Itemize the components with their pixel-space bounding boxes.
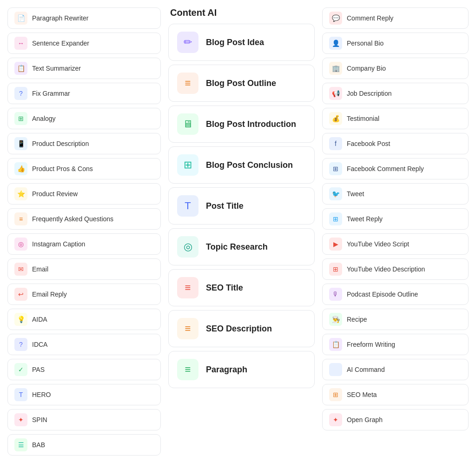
item-icon-3: ? — [14, 87, 27, 100]
right-item-15[interactable]: ⊞ SEO Meta — [322, 384, 469, 405]
right-icon-1: 👤 — [329, 37, 342, 50]
left-item-15[interactable]: T HERO — [7, 384, 161, 405]
right-label-4: Testimonial — [347, 115, 379, 122]
right-icon-3: 📢 — [329, 87, 342, 100]
left-item-4[interactable]: ⊞ Analogy — [7, 108, 161, 129]
middle-item-8[interactable]: ≡ Paragraph — [168, 351, 315, 388]
left-item-13[interactable]: ? IDCA — [7, 334, 161, 355]
middle-item-2[interactable]: 🖥 Blog Post Introduction — [168, 106, 315, 143]
right-item-10[interactable]: ⊞ YouTube Video Description — [322, 258, 469, 280]
left-item-11[interactable]: ↩ Email Reply — [7, 284, 161, 305]
right-icon-0: 💬 — [329, 12, 342, 25]
middle-label-4: Post Title — [206, 201, 244, 211]
middle-label-8: Paragraph — [206, 365, 247, 375]
right-icon-13: 📋 — [329, 338, 342, 351]
middle-item-4[interactable]: T Post Title — [168, 187, 315, 225]
middle-label-0: Blog Post Idea — [206, 38, 264, 47]
right-item-16[interactable]: ✦ Open Graph — [322, 409, 469, 430]
right-item-0[interactable]: 💬 Comment Reply — [322, 7, 469, 29]
right-item-11[interactable]: 🎙 Podcast Episode Outline — [322, 284, 469, 305]
item-label-1: Sentence Expander — [32, 40, 89, 47]
middle-icon-0: ✏ — [177, 32, 198, 53]
middle-icon-1: ≡ — [177, 73, 198, 94]
item-label-8: Frequently Asked Questions — [32, 215, 113, 223]
right-label-10: YouTube Video Description — [347, 265, 425, 273]
item-icon-0: 📄 — [14, 12, 27, 25]
left-item-5[interactable]: 📱 Product Description — [7, 133, 161, 154]
left-item-12[interactable]: 💡 AIDA — [7, 309, 161, 330]
right-label-13: Freeform Writing — [347, 341, 395, 348]
right-label-2: Company Bio — [347, 65, 386, 72]
right-item-13[interactable]: 📋 Freeform Writing — [322, 334, 469, 355]
item-label-2: Text Summarizer — [32, 65, 81, 72]
right-icon-12: 👨‍🍳 — [329, 313, 342, 326]
item-label-7: Product Review — [32, 190, 78, 198]
right-label-5: Facebook Post — [347, 140, 390, 147]
right-label-12: Recipe — [347, 316, 367, 323]
right-label-9: YouTube Video Script — [347, 240, 409, 248]
right-icon-7: 🐦 — [329, 187, 342, 200]
item-icon-2: 📋 — [14, 62, 27, 75]
middle-item-6[interactable]: ≡ SEO Title — [168, 269, 315, 306]
left-item-8[interactable]: ≡ Frequently Asked Questions — [7, 208, 161, 230]
right-item-5[interactable]: f Facebook Post — [322, 133, 469, 154]
right-item-4[interactable]: 💰 Testimonial — [322, 108, 469, 129]
item-icon-1: ↔ — [14, 37, 27, 50]
left-item-3[interactable]: ? Fix Grammar — [7, 83, 161, 104]
right-label-14: AI Command — [347, 366, 385, 373]
middle-column: Content AI ✏ Blog Post Idea ≡ Blog Post … — [168, 7, 315, 456]
right-item-3[interactable]: 📢 Job Description — [322, 83, 469, 104]
middle-item-7[interactable]: ≡ SEO Description — [168, 310, 315, 347]
item-label-3: Fix Grammar — [32, 90, 70, 97]
left-item-1[interactable]: ↔ Sentence Expander — [7, 33, 161, 54]
main-layout: 📄 Paragraph Rewriter ↔ Sentence Expander… — [7, 7, 469, 456]
right-item-2[interactable]: 🏢 Company Bio — [322, 58, 469, 79]
item-icon-15: T — [14, 388, 27, 401]
middle-label-2: Blog Post Introduction — [206, 119, 296, 129]
right-label-11: Podcast Episode Outline — [347, 291, 418, 298]
item-label-10: Email — [32, 265, 48, 273]
left-item-7[interactable]: ⭐ Product Review — [7, 183, 161, 205]
item-label-4: Analogy — [32, 115, 56, 122]
item-icon-7: ⭐ — [14, 187, 27, 200]
middle-icon-2: 🖥 — [177, 113, 198, 135]
left-item-2[interactable]: 📋 Text Summarizer — [7, 58, 161, 79]
right-item-6[interactable]: ⊞ Facebook Comment Reply — [322, 158, 469, 179]
right-icon-14 — [329, 363, 342, 376]
left-item-17[interactable]: ☰ BAB — [7, 434, 161, 456]
middle-label-6: SEO Title — [206, 283, 243, 293]
left-item-6[interactable]: 👍 Product Pros & Cons — [7, 158, 161, 179]
middle-item-3[interactable]: ⊞ Blog Post Conclusion — [168, 146, 315, 184]
item-icon-10: ✉ — [14, 263, 27, 276]
item-icon-12: 💡 — [14, 313, 27, 326]
middle-label-7: SEO Description — [206, 324, 272, 334]
left-item-9[interactable]: ◎ Instagram Caption — [7, 233, 161, 255]
right-item-8[interactable]: ⊞ Tweet Reply — [322, 208, 469, 230]
right-item-14[interactable]: AI Command — [322, 359, 469, 380]
left-item-10[interactable]: ✉ Email — [7, 258, 161, 280]
left-item-14[interactable]: ✓ PAS — [7, 359, 161, 380]
item-label-13: IDCA — [32, 341, 47, 348]
item-label-0: Paragraph Rewriter — [32, 14, 88, 22]
right-label-3: Job Description — [347, 90, 392, 97]
right-icon-9: ▶ — [329, 238, 342, 251]
middle-icon-6: ≡ — [177, 277, 198, 298]
item-label-15: HERO — [32, 391, 51, 398]
left-item-16[interactable]: ✦ SPIN — [7, 409, 161, 430]
right-label-1: Personal Bio — [347, 40, 383, 47]
middle-item-0[interactable]: ✏ Blog Post Idea — [168, 24, 315, 61]
item-icon-13: ? — [14, 338, 27, 351]
right-label-8: Tweet Reply — [347, 215, 383, 223]
middle-item-1[interactable]: ≡ Blog Post Outline — [168, 65, 315, 102]
item-label-9: Instagram Caption — [32, 240, 85, 248]
item-icon-11: ↩ — [14, 288, 27, 301]
middle-item-5[interactable]: ◎ Topic Research — [168, 228, 315, 265]
middle-label-1: Blog Post Outline — [206, 79, 276, 88]
right-label-6: Facebook Comment Reply — [347, 165, 424, 172]
right-item-1[interactable]: 👤 Personal Bio — [322, 33, 469, 54]
item-label-14: PAS — [32, 366, 45, 373]
right-item-7[interactable]: 🐦 Tweet — [322, 183, 469, 205]
right-item-9[interactable]: ▶ YouTube Video Script — [322, 233, 469, 255]
right-item-12[interactable]: 👨‍🍳 Recipe — [322, 309, 469, 330]
left-item-0[interactable]: 📄 Paragraph Rewriter — [7, 7, 161, 29]
